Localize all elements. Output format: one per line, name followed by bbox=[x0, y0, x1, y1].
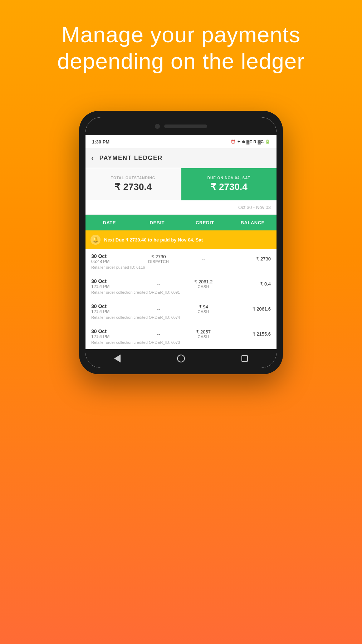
recents-square-icon bbox=[241, 355, 248, 362]
bell-icon: 🔔 bbox=[90, 235, 101, 245]
phone-mockup: 1:30 PM ⏰ ✦ ⊕ ▓E R ▓G 🔋 ‹ PAYMENT LEDGER… bbox=[79, 111, 283, 374]
nav-back-button[interactable] bbox=[112, 353, 122, 364]
tx-type-credit: CASH bbox=[181, 284, 226, 289]
tx-date: 30 Oct bbox=[91, 278, 136, 284]
col-date: DATE bbox=[85, 215, 133, 230]
back-button[interactable]: ‹ bbox=[91, 154, 94, 162]
tx-debit: ₹ 2730 bbox=[136, 254, 181, 259]
tx-time: 12:54 PM bbox=[91, 284, 136, 289]
due-amount-card: DUE ON NOV 04, SAT ₹ 2730.4 bbox=[181, 168, 277, 200]
tx-credit: ₹ 94 bbox=[181, 304, 226, 309]
tx-debit: -- bbox=[136, 331, 181, 337]
tx-credit: ₹ 2057 bbox=[181, 329, 226, 335]
table-row: 30 Oct 12:54 PM -- ₹ 2061.2 CASH ₹ 0.4 R… bbox=[85, 274, 277, 299]
col-credit: CREDIT bbox=[181, 215, 229, 230]
summary-row: TOTAL OUTSTANDING ₹ 2730.4 DUE ON NOV 04… bbox=[85, 168, 277, 200]
tx-type-debit: DISPATCH bbox=[136, 259, 181, 264]
nav-recents-button[interactable] bbox=[240, 353, 250, 364]
total-outstanding-card: TOTAL OUTSTANDING ₹ 2730.4 bbox=[85, 168, 181, 200]
hero-line1: Manage your payments bbox=[62, 22, 300, 47]
notification-text: Next Due ₹ 2730.40 to be paid by Nov 04,… bbox=[104, 237, 203, 243]
hero-text: Manage your payments depending on the le… bbox=[29, 21, 333, 75]
status-time: 1:30 PM bbox=[92, 139, 109, 145]
col-balance: BALANCE bbox=[229, 215, 277, 230]
status-bar: 1:30 PM ⏰ ✦ ⊕ ▓E R ▓G 🔋 bbox=[85, 135, 277, 148]
camera-dot bbox=[155, 124, 160, 129]
due-label: DUE ON NOV 04, SAT bbox=[207, 176, 250, 180]
back-triangle-icon bbox=[114, 355, 121, 362]
tx-balance: ₹ 0.4 bbox=[226, 281, 271, 287]
page-title: PAYMENT LEDGER bbox=[99, 155, 163, 162]
tx-time: 12:54 PM bbox=[91, 309, 136, 314]
notification-banner: 🔔 Next Due ₹ 2730.40 to be paid by Nov 0… bbox=[85, 230, 277, 249]
tx-credit: -- bbox=[181, 256, 226, 262]
table-row: 30 Oct 12:54 PM -- ₹ 2057 CASH ₹ 2155.6 … bbox=[85, 324, 277, 349]
tx-credit: ₹ 2061.2 bbox=[181, 279, 226, 284]
speaker-bar bbox=[164, 125, 207, 128]
bottom-nav bbox=[85, 349, 277, 368]
tx-time: 05:48 PM bbox=[91, 259, 136, 264]
tx-type-credit: CASH bbox=[181, 335, 226, 339]
tx-description: Retailer order pushed ID: 6116 bbox=[91, 265, 271, 269]
outstanding-label: TOTAL OUTSTANDING bbox=[111, 176, 156, 180]
hero-line2: depending on the ledger bbox=[57, 49, 305, 73]
tx-type-credit: CASH bbox=[181, 309, 226, 314]
home-circle-icon bbox=[177, 355, 185, 362]
table-header: DATE DEBIT CREDIT BALANCE bbox=[85, 215, 277, 230]
col-debit: DEBIT bbox=[133, 215, 181, 230]
tx-balance: ₹ 2061.6 bbox=[226, 306, 271, 312]
transactions-list: 30 Oct 05:48 PM ₹ 2730 DISPATCH -- ₹ 273… bbox=[85, 249, 277, 349]
tx-time: 12:54 PM bbox=[91, 334, 136, 339]
date-range-row: Oct 30 - Nov 03 bbox=[85, 200, 277, 215]
nav-home-button[interactable] bbox=[176, 353, 186, 364]
tx-description: Retailer order collection credited ORDER… bbox=[91, 340, 271, 345]
tx-description: Retailer order collection credited ORDER… bbox=[91, 315, 271, 319]
tx-date: 30 Oct bbox=[91, 253, 136, 259]
tx-date: 30 Oct bbox=[91, 303, 136, 309]
outstanding-amount: ₹ 2730.4 bbox=[114, 181, 152, 192]
app-header: ‹ PAYMENT LEDGER bbox=[85, 148, 277, 168]
tx-balance: ₹ 2155.6 bbox=[226, 331, 271, 337]
date-range-text: Oct 30 - Nov 03 bbox=[238, 205, 271, 210]
phone-top-bar bbox=[85, 117, 277, 135]
tx-debit: -- bbox=[136, 306, 181, 312]
status-icons: ⏰ ✦ ⊕ ▓E R ▓G 🔋 bbox=[231, 140, 270, 144]
tx-debit: -- bbox=[136, 281, 181, 287]
tx-balance: ₹ 2730 bbox=[226, 256, 271, 262]
table-row: 30 Oct 12:54 PM -- ₹ 94 CASH ₹ 2061.6 Re… bbox=[85, 299, 277, 324]
due-amount: ₹ 2730.4 bbox=[210, 181, 248, 192]
table-row: 30 Oct 05:48 PM ₹ 2730 DISPATCH -- ₹ 273… bbox=[85, 249, 277, 274]
tx-description: Retailer order collection credited ORDER… bbox=[91, 290, 271, 294]
tx-date: 30 Oct bbox=[91, 328, 136, 334]
